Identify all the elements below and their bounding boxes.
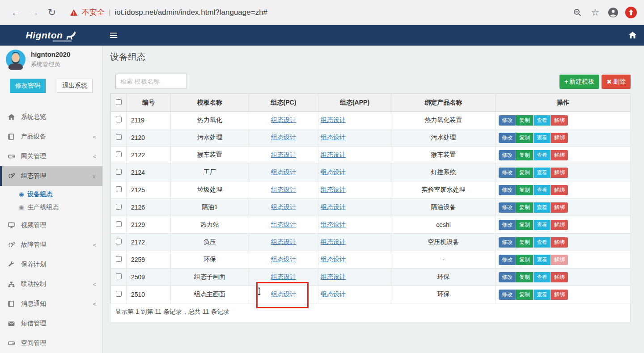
copy-button[interactable]: 复制 <box>516 150 533 160</box>
unbind-button[interactable]: 解绑 <box>551 255 568 265</box>
pc-design-link[interactable]: 组态设计 <box>271 116 296 123</box>
view-button[interactable]: 查看 <box>534 255 551 265</box>
unbind-button[interactable]: 解绑 <box>551 150 568 160</box>
unbind-button[interactable]: 解绑 <box>551 290 568 300</box>
unbind-button[interactable]: 解绑 <box>551 202 568 213</box>
pc-design-link[interactable]: 组态设计 <box>271 168 296 176</box>
app-design-link[interactable]: 组态设计 <box>321 290 346 298</box>
app-design-link[interactable]: 组态设计 <box>321 238 346 245</box>
sidebar-item-space-management[interactable]: 空间管理 <box>0 333 102 353</box>
copy-button[interactable]: 复制 <box>516 255 533 265</box>
view-button[interactable]: 查看 <box>534 185 551 195</box>
edit-button[interactable]: 修改 <box>499 133 516 143</box>
copy-button[interactable]: 复制 <box>516 168 533 178</box>
view-button[interactable]: 查看 <box>534 290 551 300</box>
row-checkbox[interactable] <box>116 134 122 140</box>
edit-button[interactable]: 修改 <box>499 220 516 230</box>
logout-button[interactable]: 退出系统 <box>57 79 93 93</box>
app-design-link[interactable]: 组态设计 <box>321 221 346 228</box>
app-design-link[interactable]: 组态设计 <box>321 273 346 280</box>
edit-button[interactable]: 修改 <box>499 150 516 160</box>
sidebar-item-sms-management[interactable]: 短信管理 <box>0 314 102 333</box>
copy-button[interactable]: 复制 <box>516 202 533 213</box>
copy-button[interactable]: 复制 <box>516 133 533 143</box>
sidebar-item-maintenance-plan[interactable]: 保养计划 <box>0 255 102 274</box>
app-design-link[interactable]: 组态设计 <box>321 151 346 158</box>
view-button[interactable]: 查看 <box>534 237 551 248</box>
new-template-button[interactable]: + 新建模板 <box>559 75 599 89</box>
copy-button[interactable]: 复制 <box>516 290 533 300</box>
edit-button[interactable]: 修改 <box>499 168 516 178</box>
edit-button[interactable]: 修改 <box>499 115 516 126</box>
pc-design-link[interactable]: 组态设计 <box>271 151 296 158</box>
pc-design-link[interactable]: 组态设计 <box>271 221 296 228</box>
row-checkbox[interactable] <box>116 117 122 122</box>
sidebar-item-config-management[interactable]: 组态管理 ∨ <box>0 166 102 186</box>
app-design-link[interactable]: 组态设计 <box>321 186 346 193</box>
view-button[interactable]: 查看 <box>534 220 551 230</box>
view-button[interactable]: 查看 <box>534 168 551 178</box>
pc-design-link[interactable]: 组态设计 <box>271 256 296 263</box>
view-button[interactable]: 查看 <box>534 272 551 282</box>
pc-design-link[interactable]: 组态设计 <box>271 290 296 298</box>
browser-update-icon[interactable] <box>625 7 637 18</box>
view-button[interactable]: 查看 <box>534 115 551 126</box>
edit-button[interactable]: 修改 <box>499 272 516 282</box>
row-checkbox[interactable] <box>116 273 122 279</box>
copy-button[interactable]: 复制 <box>516 237 533 248</box>
edit-button[interactable]: 修改 <box>499 255 516 265</box>
copy-button[interactable]: 复制 <box>516 220 533 230</box>
sidebar-toggle-button[interactable] <box>103 25 124 46</box>
row-checkbox[interactable] <box>116 169 122 175</box>
row-checkbox[interactable] <box>116 151 122 157</box>
row-checkbox[interactable] <box>116 186 122 192</box>
copy-button[interactable]: 复制 <box>516 115 533 126</box>
unbind-button[interactable]: 解绑 <box>551 168 568 178</box>
app-design-link[interactable]: 组态设计 <box>321 116 346 123</box>
unbind-button[interactable]: 解绑 <box>551 220 568 230</box>
pc-design-link[interactable]: 组态设计 <box>271 238 296 245</box>
pc-design-link[interactable]: 组态设计 <box>271 203 296 210</box>
unbind-button[interactable]: 解绑 <box>551 237 568 248</box>
edit-button[interactable]: 修改 <box>499 290 516 300</box>
sidebar-item-system-overview[interactable]: 系统总览 <box>0 107 102 127</box>
copy-button[interactable]: 复制 <box>516 272 533 282</box>
browser-reload-icon[interactable]: ↻ <box>43 7 61 18</box>
pc-design-link[interactable]: 组态设计 <box>271 273 296 280</box>
browser-profile-icon[interactable] <box>607 7 619 18</box>
app-design-link[interactable]: 组态设计 <box>321 168 346 176</box>
sidebar-item-production-line-config[interactable]: ◉ 生产线组态 <box>0 201 102 214</box>
app-design-link[interactable]: 组态设计 <box>321 203 346 210</box>
copy-button[interactable]: 复制 <box>516 185 533 195</box>
unbind-button[interactable]: 解绑 <box>551 133 568 143</box>
sidebar-item-linkage-control[interactable]: 联动控制 < <box>0 274 102 294</box>
sidebar-item-product-devices[interactable]: 产品设备 < <box>0 127 102 147</box>
view-button[interactable]: 查看 <box>534 202 551 213</box>
search-input[interactable] <box>115 74 187 89</box>
sidebar-item-gateway-management[interactable]: 网关管理 < <box>0 147 102 166</box>
bookmark-star-icon[interactable]: ☆ <box>589 7 601 18</box>
pc-design-link[interactable]: 组态设计 <box>271 186 296 193</box>
row-checkbox[interactable] <box>116 204 122 210</box>
select-all-checkbox[interactable] <box>116 99 122 105</box>
sidebar-item-fault-management[interactable]: 故障管理 < <box>0 235 102 255</box>
browser-forward-icon[interactable]: → <box>25 7 43 18</box>
edit-button[interactable]: 修改 <box>499 237 516 248</box>
unbind-button[interactable]: 解绑 <box>551 272 568 282</box>
sidebar-item-video-management[interactable]: 视频管理 <box>0 215 102 235</box>
app-design-link[interactable]: 组态设计 <box>321 134 346 141</box>
delete-button[interactable]: ✖ 删除 <box>602 75 631 89</box>
address-bar[interactable]: 不安全 | iot.idosp.net/admin/index.html?lan… <box>70 7 572 17</box>
row-checkbox[interactable] <box>116 291 122 297</box>
app-design-link[interactable]: 组态设计 <box>321 256 346 263</box>
zoom-out-icon[interactable] <box>572 7 583 18</box>
home-button[interactable] <box>621 25 644 46</box>
row-checkbox[interactable] <box>116 221 122 227</box>
edit-button[interactable]: 修改 <box>499 185 516 195</box>
sidebar-item-message-notification[interactable]: 消息通知 < <box>0 294 102 314</box>
edit-button[interactable]: 修改 <box>499 202 516 213</box>
unbind-button[interactable]: 解绑 <box>551 185 568 195</box>
unbind-button[interactable]: 解绑 <box>551 115 568 126</box>
change-password-button[interactable]: 修改密码 <box>10 79 46 93</box>
view-button[interactable]: 查看 <box>534 133 551 143</box>
